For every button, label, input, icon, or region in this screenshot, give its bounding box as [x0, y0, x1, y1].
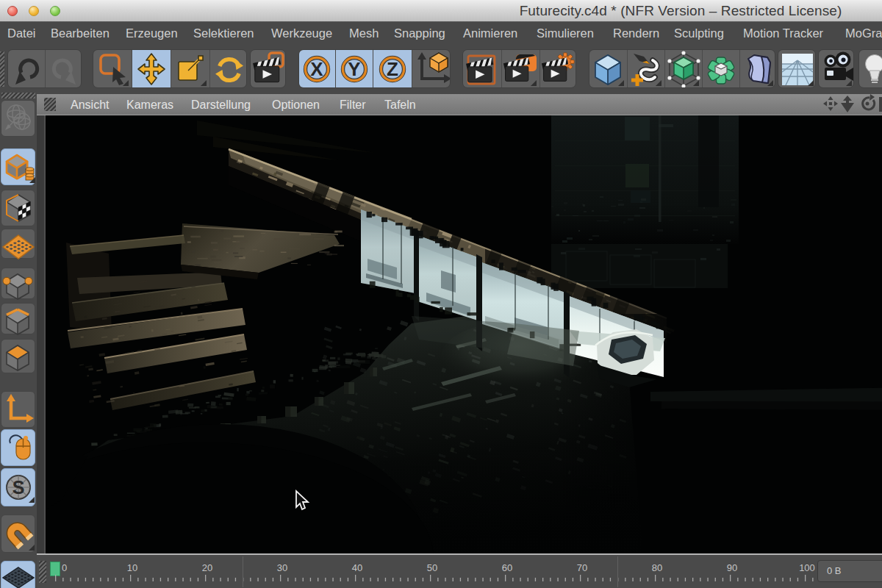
svg-text:Z: Z	[387, 58, 398, 80]
svg-text:X: X	[310, 58, 323, 80]
svg-text:S: S	[12, 477, 25, 498]
svg-text:Y: Y	[348, 58, 360, 80]
